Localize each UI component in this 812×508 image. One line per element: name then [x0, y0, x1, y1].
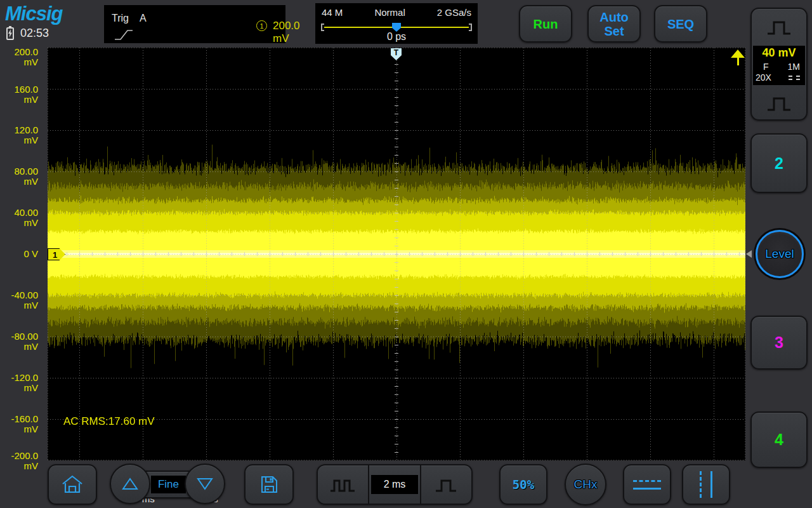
y-axis-label: 200.0 mV — [0, 47, 43, 67]
y-axis-label: -160.0 mV — [0, 414, 43, 434]
channel1-impedance: 1M — [788, 62, 800, 72]
rising-edge-icon — [114, 28, 133, 42]
trig-source-channel-badge: 1 — [256, 20, 267, 31]
battery-icon — [6, 27, 14, 40]
y-axis-label: 160.0 mV — [0, 84, 43, 105]
channel3-button[interactable]: 3 — [750, 316, 808, 370]
fine-mode-indicator[interactable]: Fine — [151, 476, 186, 493]
dc-coupling-icon — [789, 76, 800, 82]
trigger-delay-value: 0 ps — [315, 31, 478, 43]
channel2-button[interactable]: 2 — [750, 133, 808, 193]
memory-depth: 44 M — [322, 7, 343, 18]
y-axis-label: 120.0 mV — [0, 125, 43, 145]
y-axis-label: 0 V — [0, 249, 43, 259]
measurement-readout: AC RMS:17.60 mV — [63, 415, 155, 428]
level-knob[interactable]: Level — [756, 230, 804, 278]
y-axis-label: 40.00 mV — [0, 208, 43, 228]
wide-pulse-icon — [433, 475, 459, 494]
waveform-canvas[interactable] — [48, 48, 745, 460]
seq-button[interactable]: SEQ — [654, 5, 707, 43]
waveform-display[interactable] — [48, 48, 745, 460]
channel1-info-box: 40 mV F 1M 20X — [753, 46, 805, 85]
timebase-zoom-out-button[interactable] — [318, 465, 368, 504]
save-icon — [258, 474, 280, 495]
sample-rate: 2 GSa/s — [437, 7, 471, 18]
trigger-level-offscreen-arrow-icon[interactable] — [731, 50, 745, 66]
autoset-button[interactable]: Auto Set — [587, 5, 641, 43]
trigger-level-50pct-button[interactable]: 50% — [499, 464, 547, 505]
run-stop-button[interactable]: Run — [519, 5, 572, 43]
brand-logo: Micsig — [5, 3, 62, 25]
vertical-cursors-icon — [700, 471, 712, 498]
decrease-button[interactable] — [185, 464, 225, 504]
trig-level-value: 200.0 mV — [273, 20, 300, 45]
channel1-probe: 20X — [756, 72, 771, 83]
y-axis-label: -80.00 mV — [0, 331, 43, 352]
triangle-up-icon — [122, 477, 138, 491]
triangle-down-icon — [197, 477, 213, 491]
slider-right-bracket — [469, 23, 472, 31]
timebase-value: 2 ms — [371, 475, 418, 494]
pulse-up-icon — [765, 94, 793, 113]
trigger-position-thumb-icon[interactable] — [392, 23, 401, 32]
horizontal-cursors-icon — [633, 480, 661, 490]
vertical-cursor-button[interactable] — [682, 464, 730, 505]
horizontal-cursor-button[interactable] — [623, 464, 671, 505]
increase-button[interactable] — [110, 464, 150, 504]
channel1-button[interactable]: 40 mV F 1M 20X — [750, 8, 808, 121]
trig-label: Trig — [112, 13, 129, 24]
pulse-up-icon — [765, 18, 793, 37]
channel1-coupling: F — [763, 62, 769, 72]
timebase-value-cell[interactable]: 2 ms — [368, 465, 419, 504]
trigger-info-panel[interactable]: Trig A 1 200.0 mV — [104, 5, 285, 43]
y-axis-label: -120.0 mV — [0, 373, 43, 393]
home-button[interactable] — [48, 464, 97, 505]
acquire-mode: Normal — [374, 7, 405, 18]
y-axis-label: -200.0 mV — [0, 451, 43, 471]
save-button[interactable] — [244, 464, 294, 505]
channel-select-button[interactable]: CHx — [565, 464, 606, 505]
y-axis-label: 80.00 mV — [0, 166, 43, 187]
home-icon — [60, 474, 84, 495]
narrow-pulses-icon — [329, 475, 358, 494]
acquisition-status-panel[interactable]: 44 M Normal 2 GSa/s 0 ps — [315, 3, 478, 44]
channel4-button[interactable]: 4 — [750, 411, 808, 468]
channel1-scale: 40 mV — [753, 46, 805, 60]
timebase-group: 2 ms — [317, 464, 473, 505]
trig-group-label: A — [140, 13, 147, 24]
y-axis-label: -40.00 mV — [0, 290, 43, 311]
timebase-zoom-in-button[interactable] — [420, 465, 471, 504]
knob-pointer-icon — [746, 250, 752, 258]
clock: 02:53 — [20, 27, 49, 40]
